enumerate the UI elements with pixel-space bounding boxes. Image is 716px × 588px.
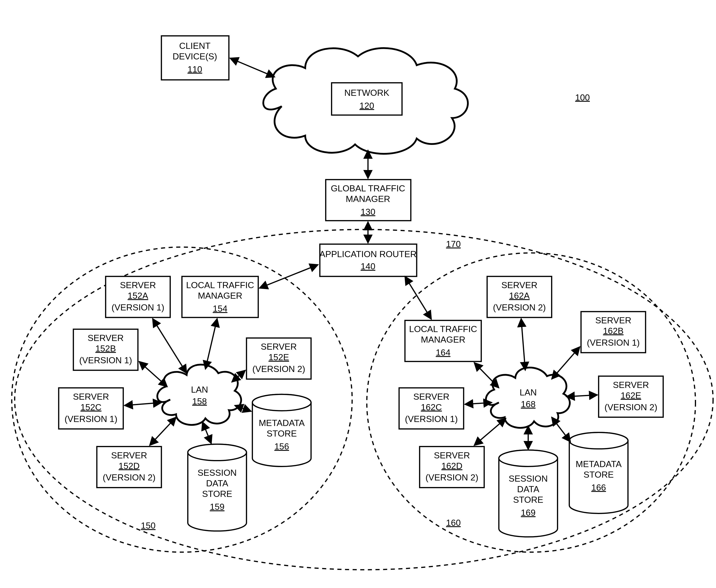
right-server-a: SERVER 162A (VERSION 2): [487, 276, 552, 317]
svg-text:APPLICATION ROUTER: APPLICATION ROUTER: [320, 249, 417, 259]
svg-text:STORE: STORE: [202, 489, 232, 499]
svg-line-41: [124, 402, 161, 405]
svg-text:SERVER: SERVER: [111, 450, 147, 460]
svg-text:168: 168: [521, 399, 536, 409]
svg-text:152E: 152E: [268, 352, 289, 362]
svg-line-36: [139, 361, 167, 386]
svg-text:MANAGER: MANAGER: [346, 194, 390, 204]
svg-text:162B: 162B: [603, 326, 624, 336]
svg-text:SERVER: SERVER: [73, 392, 109, 402]
svg-text:140: 140: [361, 261, 375, 271]
svg-text:159: 159: [210, 502, 225, 512]
svg-line-62: [203, 422, 211, 444]
svg-text:130: 130: [361, 207, 375, 217]
left-server-a: SERVER 152A (VERSION 1): [106, 276, 170, 317]
network-cloud: NETWORK 120: [263, 48, 468, 154]
svg-text:METADATA: METADATA: [259, 418, 305, 428]
svg-text:(VERSION 1): (VERSION 1): [587, 338, 640, 348]
right-session-store: SESSION DATA STORE 169: [499, 450, 558, 537]
svg-point-98: [569, 433, 628, 449]
svg-line-72: [474, 362, 499, 388]
svg-line-71: [405, 276, 431, 319]
svg-line-77: [521, 319, 525, 370]
svg-line-97: [566, 395, 597, 397]
svg-line-26: [205, 319, 217, 369]
client-device-box: CLIENT DEVICE(S) 110: [161, 36, 229, 80]
svg-text:SERVER: SERVER: [261, 342, 297, 352]
left-cluster: 150 LAN 158 LOCAL TRAFFIC MANAGER 154 SE…: [12, 247, 352, 552]
svg-text:(VERSION 1): (VERSION 1): [111, 302, 164, 312]
svg-text:SERVER: SERVER: [413, 392, 449, 402]
svg-text:158: 158: [192, 396, 207, 406]
svg-text:162A: 162A: [509, 291, 530, 300]
svg-text:166: 166: [591, 483, 606, 492]
svg-text:(VERSION 2): (VERSION 2): [103, 472, 156, 482]
global-traffic-manager-box: GLOBAL TRAFFIC MANAGER 130: [326, 180, 411, 221]
svg-text:STORE: STORE: [584, 470, 614, 480]
right-ltm-box: LOCAL TRAFFIC MANAGER 164: [405, 320, 481, 361]
system-diagram: 100 CLIENT DEVICE(S) 110 NETWORK 120 GLO…: [0, 0, 716, 588]
svg-text:LOCAL TRAFFIC: LOCAL TRAFFIC: [409, 324, 477, 334]
svg-text:STORE: STORE: [513, 495, 543, 505]
outer-group-ref: 170: [446, 239, 461, 249]
left-server-e: SERVER 152E (VERSION 2): [246, 338, 311, 379]
svg-text:(VERSION 2): (VERSION 2): [425, 472, 478, 482]
svg-text:154: 154: [213, 303, 228, 314]
svg-text:(VERSION 2): (VERSION 2): [252, 364, 305, 374]
svg-text:110: 110: [187, 64, 202, 74]
svg-point-103: [499, 450, 558, 467]
svg-text:GLOBAL TRAFFIC: GLOBAL TRAFFIC: [331, 183, 405, 193]
svg-point-52: [252, 394, 311, 411]
svg-line-102: [552, 417, 570, 442]
svg-text:162C: 162C: [421, 402, 442, 412]
svg-text:(VERSION 2): (VERSION 2): [493, 302, 546, 312]
svg-text:SERVER: SERVER: [501, 280, 537, 290]
svg-text:164: 164: [436, 348, 451, 357]
svg-text:DATA: DATA: [206, 478, 228, 488]
svg-text:169: 169: [521, 508, 536, 518]
svg-text:STORE: STORE: [267, 428, 297, 438]
svg-text:SESSION: SESSION: [509, 474, 548, 483]
svg-text:120: 120: [360, 101, 374, 111]
svg-text:LOCAL TRAFFIC: LOCAL TRAFFIC: [186, 280, 254, 290]
svg-text:150: 150: [141, 521, 156, 530]
left-server-d: SERVER 152D (VERSION 2): [97, 447, 161, 488]
svg-text:SERVER: SERVER: [88, 333, 124, 343]
svg-text:(VERSION 1): (VERSION 1): [405, 414, 458, 424]
svg-text:MANAGER: MANAGER: [421, 335, 465, 344]
svg-text:NETWORK: NETWORK: [344, 88, 389, 98]
svg-text:SERVER: SERVER: [595, 315, 631, 325]
svg-text:SERVER: SERVER: [434, 450, 470, 460]
svg-line-7: [230, 58, 274, 77]
svg-text:152C: 152C: [80, 402, 101, 412]
left-ltm-box: LOCAL TRAFFIC MANAGER 154: [182, 276, 258, 317]
right-server-c: SERVER 162C (VERSION 1): [399, 388, 464, 429]
svg-line-46: [150, 417, 176, 445]
system-ref: 100: [575, 92, 590, 102]
svg-line-82: [552, 347, 580, 379]
svg-text:SESSION: SESSION: [198, 468, 237, 478]
left-lan-cloud: LAN 158: [157, 365, 241, 425]
left-server-b: SERVER 152B (VERSION 1): [73, 329, 138, 370]
svg-text:CLIENT: CLIENT: [179, 41, 210, 51]
svg-text:LAN: LAN: [519, 387, 537, 397]
svg-text:(VERSION 1): (VERSION 1): [65, 414, 118, 424]
svg-text:METADATA: METADATA: [575, 459, 621, 469]
right-cluster: 160 LAN 168 LOCAL TRAFFIC MANAGER 164 SE…: [367, 253, 695, 552]
svg-text:160: 160: [446, 518, 461, 528]
svg-text:(VERSION 1): (VERSION 1): [79, 355, 132, 365]
svg-text:DATA: DATA: [517, 484, 539, 494]
svg-text:156: 156: [274, 441, 289, 451]
svg-line-92: [474, 418, 506, 445]
svg-point-57: [188, 444, 246, 461]
svg-text:DEVICE(S): DEVICE(S): [173, 51, 217, 61]
right-metadata-store: METADATA STORE 166: [569, 433, 628, 513]
svg-text:162E: 162E: [621, 391, 641, 400]
svg-text:152A: 152A: [127, 291, 148, 300]
right-server-e: SERVER 162E (VERSION 2): [598, 376, 663, 417]
left-metadata-store: METADATA STORE 156: [252, 394, 311, 466]
right-lan-cloud: LAN 168: [486, 368, 570, 428]
right-server-b: SERVER 162B (VERSION 1): [581, 312, 646, 353]
right-server-d: SERVER 162D (VERSION 2): [420, 447, 484, 488]
svg-text:(VERSION 2): (VERSION 2): [605, 402, 657, 412]
